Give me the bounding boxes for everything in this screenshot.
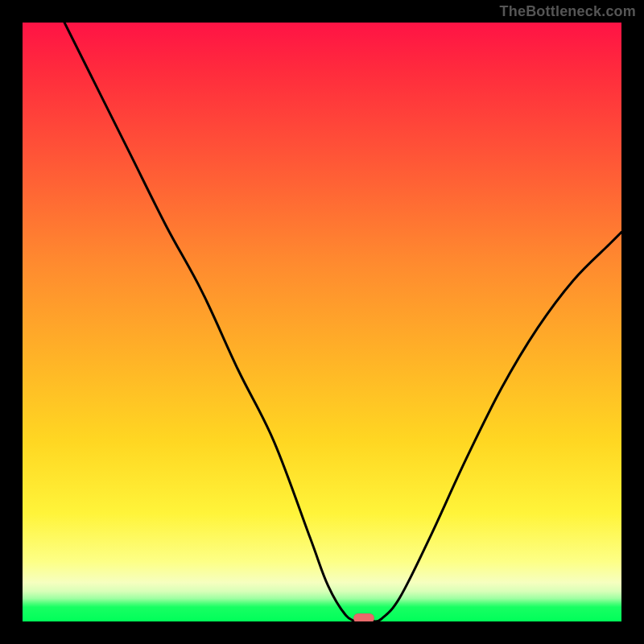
curve-svg	[23, 23, 621, 621]
chart-container: TheBottleneck.com	[0, 0, 644, 644]
bottleneck-curve	[64, 23, 621, 621]
plot-area	[23, 23, 621, 621]
watermark-text: TheBottleneck.com	[500, 3, 636, 20]
optimum-marker	[353, 613, 374, 621]
